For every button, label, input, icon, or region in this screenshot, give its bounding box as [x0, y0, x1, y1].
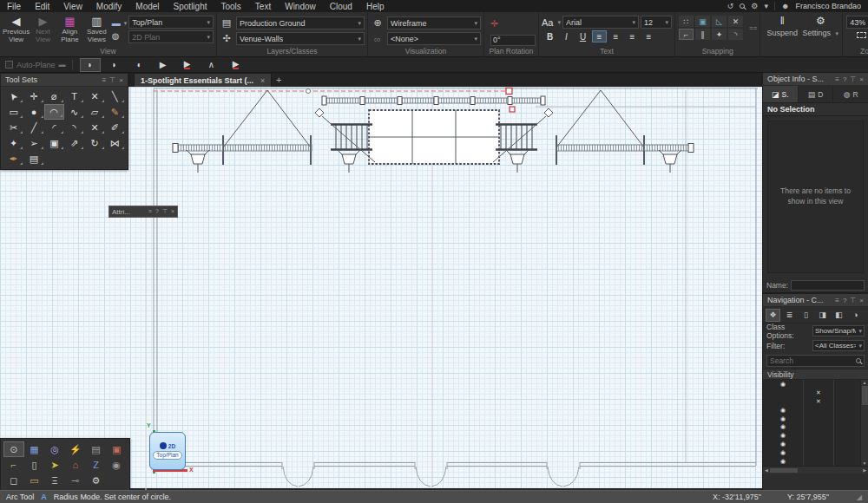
stage-stairs-left[interactable] [331, 125, 372, 150]
tool-boom[interactable]: ⌐ [3, 457, 24, 473]
arc-mode-three-points[interactable]: ◗ [104, 58, 125, 72]
scroll-right-icon[interactable]: ▶ [863, 467, 866, 473]
snap-tangent-button[interactable]: ◝ [728, 29, 743, 40]
underline-button[interactable]: U [575, 30, 590, 42]
tool-pan[interactable]: ✛ [23, 88, 43, 104]
bold-button[interactable]: B [542, 30, 557, 42]
tool-arc[interactable]: ◠ [44, 104, 64, 120]
scroll-left-icon[interactable]: ◀ [765, 467, 768, 473]
render-mode-select[interactable]: Wireframe▾ [387, 16, 481, 29]
class-row[interactable]: ✕ [763, 397, 860, 406]
snap-smart-point-button[interactable]: ⌐ [679, 29, 694, 40]
panel-close-icon[interactable]: × [859, 75, 864, 83]
saved-views-button[interactable]: ▥ Saved Views [83, 16, 110, 44]
align-right-button[interactable]: ≡ [625, 30, 640, 42]
tool-label[interactable]: ▤ [23, 151, 43, 167]
object-info-tab-data[interactable]: ▤ D [799, 86, 834, 102]
layers-icon[interactable]: ▤ [220, 17, 233, 29]
tool-rotate[interactable]: ↻ [84, 135, 104, 151]
user-name[interactable]: Francisco Brandao [795, 2, 861, 10]
tool-power-planning[interactable]: ⚡ [65, 441, 86, 457]
italic-button[interactable]: I [559, 30, 574, 42]
attributes-palette-collapsed[interactable]: Attri... ≡ ? ⊤ × [108, 206, 178, 218]
nav-tab-saved-views[interactable]: ◧ [832, 309, 846, 322]
panel-pin-icon[interactable]: ⊤ [850, 297, 856, 304]
text-style-icon[interactable]: Aa [542, 17, 553, 28]
document-tab[interactable]: 1-Spotlight Essentials Start (... × [134, 73, 272, 87]
tool-eyedropper[interactable]: ✐ [105, 120, 125, 135]
tool-oval[interactable]: ● [23, 104, 43, 120]
zoom-level-select[interactable]: 43%▾ [846, 16, 868, 29]
tool-focus-point[interactable]: ➤ [44, 457, 65, 473]
class-row[interactable]: ◉ [763, 440, 860, 448]
truss-tower-right[interactable] [556, 90, 644, 165]
tool-marquee[interactable]: ✕ [84, 88, 104, 104]
menu-spotlight[interactable]: Spotlight [167, 0, 214, 12]
scrollbar-thumb[interactable] [770, 468, 798, 473]
nav-tab-sheet-layers[interactable]: ▯ [799, 309, 813, 322]
tool-fillet[interactable]: ◜ [44, 120, 64, 135]
tool-polyline[interactable]: ✎ [105, 104, 125, 120]
horizontal-scrollbar[interactable]: ◀ ▶ [763, 466, 868, 474]
object-info-tab-shape[interactable]: ◪ S. [763, 86, 799, 102]
menu-model[interactable]: Model [128, 0, 166, 12]
tool-sets-header[interactable]: Tool Sets ≡ ⊤ × [1, 74, 128, 87]
object-info-tab-render[interactable]: ◍ R [833, 86, 868, 102]
tool-wand[interactable]: ✦ [3, 135, 23, 151]
tool-dimension[interactable]: ▭ [24, 473, 45, 488]
nav-tab-references[interactable]: ◑ [848, 309, 863, 322]
next-view-button[interactable]: ▶ Next View [30, 16, 56, 44]
navigation-header[interactable]: Navigation - C... ≡ ? ⊤ × [763, 294, 868, 307]
snap-grid-button[interactable]: ∷ [679, 16, 694, 27]
menu-cloud[interactable]: Cloud [323, 0, 359, 12]
tool-polygon[interactable]: ▱ [84, 104, 104, 120]
tool-text[interactable]: T [64, 88, 84, 104]
class-row[interactable]: ◉ [763, 406, 860, 415]
tool-video-screen[interactable]: ▦ [24, 441, 45, 457]
arc-mode-point-on-arc[interactable]: ▶ [153, 58, 174, 72]
arc-mode-quarter[interactable]: ▶ [177, 58, 198, 72]
snap-distance-button[interactable]: ✦ [712, 29, 727, 40]
panel-menu-icon[interactable]: ≡ [835, 75, 839, 83]
tool-stage[interactable]: ▣ [106, 441, 127, 457]
tool-attribute-brush[interactable]: ✒ [3, 151, 23, 167]
suspend-snapping-button[interactable]: ‖ Suspend [763, 15, 801, 46]
stage-deck[interactable] [369, 110, 499, 164]
snap-smart-edge-button[interactable]: ∥ [695, 29, 710, 40]
tool-selection[interactable]: ➤ [3, 88, 23, 104]
working-plane-icon[interactable]: ▬▾ [112, 16, 128, 29]
class-row[interactable]: ◉ [763, 415, 860, 423]
snap-angle-button[interactable]: ◺ [712, 16, 727, 27]
align-plane-button[interactable]: ▦ Align Plane [56, 16, 83, 44]
arc-mode-chord[interactable]: ∧ [201, 58, 222, 72]
palette-menu-icon[interactable]: ≡ [148, 208, 152, 215]
align-center-button[interactable]: ≡ [608, 30, 623, 42]
tool-camera[interactable]: ◉ [106, 457, 127, 473]
panel-menu-icon[interactable]: ≡ [835, 297, 839, 304]
truss-tower-left[interactable] [223, 90, 311, 165]
class-row[interactable]: ✕ [763, 389, 860, 397]
class-row[interactable]: ◉ [763, 457, 860, 466]
palette-close-icon[interactable]: × [119, 76, 123, 84]
style-select[interactable]: <None>▾ [387, 32, 481, 45]
menu-text[interactable]: Text [248, 0, 278, 12]
filter-select[interactable]: <All Classes>▾ [812, 340, 865, 351]
side-truss-left[interactable] [173, 144, 312, 153]
active-layer-select[interactable]: Production Ground▾ [236, 16, 365, 29]
previous-view-button[interactable]: ◀ Previous View [3, 16, 30, 44]
palette-pin-icon[interactable]: ⊤ [162, 208, 168, 215]
gear-chevron-icon[interactable]: ▾ [764, 3, 768, 10]
auto-plane-checkbox[interactable] [5, 61, 13, 69]
tool-house[interactable]: ⌂ [65, 457, 86, 473]
tool-window[interactable]: ◻ [3, 473, 24, 488]
snap-object-button[interactable]: ▣ [695, 16, 710, 27]
class-row[interactable]: ◉ [763, 423, 860, 432]
scroll-up-icon[interactable]: ▲ [863, 380, 867, 385]
align-left-button[interactable]: ≡ [592, 30, 607, 42]
tool-zoom[interactable]: ⌀ [44, 88, 64, 104]
render-style-icon[interactable]: ◍ [112, 29, 128, 42]
class-row[interactable]: ◉ [763, 431, 860, 440]
tool-lighting-device[interactable]: ⊙ [3, 441, 24, 457]
palette-pin-icon[interactable]: ⊤ [109, 76, 115, 84]
wireframe-icon[interactable]: ⊕ [371, 17, 385, 29]
